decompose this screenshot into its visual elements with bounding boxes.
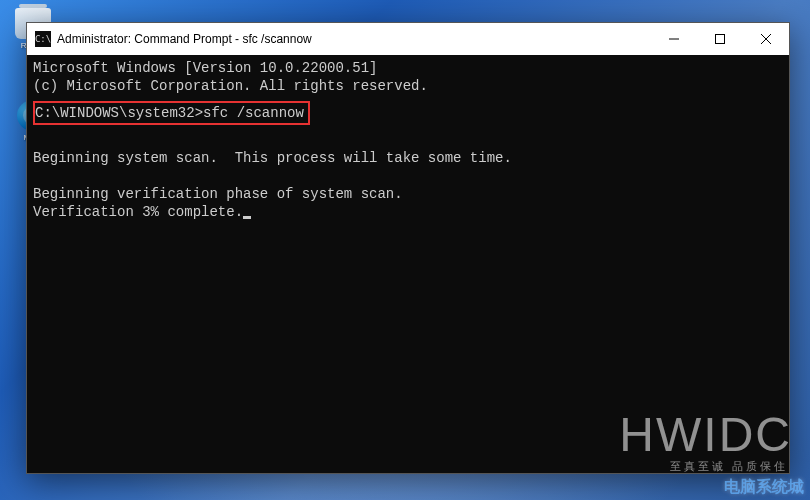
- close-icon: [761, 34, 771, 44]
- terminal-output[interactable]: Microsoft Windows [Version 10.0.22000.51…: [27, 55, 789, 473]
- output-version: Microsoft Windows [Version 10.0.22000.51…: [33, 60, 377, 76]
- watermark-corner: 电脑系统城: [724, 477, 804, 498]
- output-copyright: (c) Microsoft Corporation. All rights re…: [33, 78, 428, 94]
- maximize-button[interactable]: [697, 23, 743, 55]
- prompt-path: C:\WINDOWS\system32>: [35, 105, 203, 121]
- maximize-icon: [715, 34, 725, 44]
- cmd-icon-glyph: C:\: [35, 34, 51, 44]
- typed-command: sfc /scannow: [203, 105, 304, 121]
- close-button[interactable]: [743, 23, 789, 55]
- title-bar[interactable]: C:\ Administrator: Command Prompt - sfc …: [27, 23, 789, 55]
- minimize-button[interactable]: [651, 23, 697, 55]
- minimize-icon: [669, 34, 679, 44]
- terminal-cursor: [243, 216, 251, 219]
- window-title: Administrator: Command Prompt - sfc /sca…: [57, 32, 651, 46]
- command-prompt-window: C:\ Administrator: Command Prompt - sfc …: [26, 22, 790, 474]
- command-highlight: C:\WINDOWS\system32>sfc /scannow: [33, 101, 310, 125]
- svg-rect-1: [716, 35, 725, 44]
- output-scan-begin: Beginning system scan. This process will…: [33, 150, 512, 166]
- output-verification-phase: Beginning verification phase of system s…: [33, 186, 403, 202]
- cmd-icon: C:\: [35, 31, 51, 47]
- output-verification-progress: Verification 3% complete.: [33, 204, 243, 220]
- window-controls: [651, 23, 789, 55]
